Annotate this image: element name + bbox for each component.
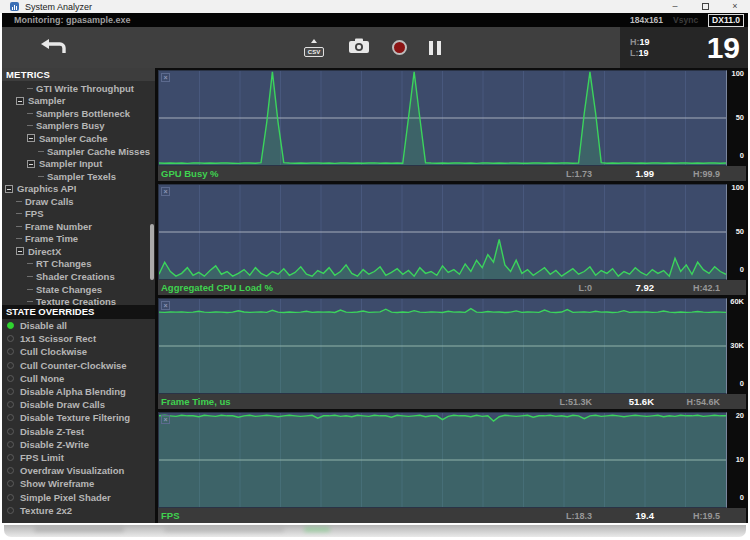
metric-item-texture-creations[interactable]: Texture Creations	[2, 295, 155, 305]
restore-icon[interactable]	[690, 0, 720, 13]
metric-item-state-changes[interactable]: State Changes	[2, 283, 155, 296]
metric-label: Frame Time	[25, 233, 78, 244]
close-icon[interactable]: ×	[720, 0, 750, 13]
metric-item-samplers-busy[interactable]: Samplers Busy	[2, 120, 155, 133]
collapse-icon[interactable]	[16, 97, 24, 105]
override-label: Simple Pixel Shader	[20, 492, 111, 503]
metric-label: Sampler Cache	[39, 133, 108, 144]
chart-close-icon[interactable]: ×	[161, 415, 170, 424]
collapse-icon[interactable]	[16, 247, 24, 255]
metric-item-sampler-input[interactable]: Sampler Input	[2, 157, 155, 170]
metric-item-samplers-bottleneck[interactable]: Samplers Bottleneck	[2, 107, 155, 120]
metric-label: RT Changes	[36, 258, 91, 269]
override-item-disable-z-write[interactable]: Disable Z-Write	[2, 438, 155, 451]
chart-plot-gpu-busy-[interactable]: ×	[158, 70, 727, 166]
metrics-scrollbar[interactable]	[150, 224, 154, 280]
override-label: Overdraw Visualization	[20, 465, 124, 476]
charts-column: ×100500GPU Busy %L:1.731.99H:99.9×100500…	[155, 68, 748, 523]
radio-icon[interactable]	[7, 388, 14, 395]
pause-icon[interactable]	[429, 41, 441, 55]
metric-item-shader-creations[interactable]: Shader Creations	[2, 270, 155, 283]
override-item-overdraw-visualization[interactable]: Overdraw Visualization	[2, 464, 155, 477]
chart-low-value: L:51.3K	[522, 397, 592, 407]
metric-item-graphics-api[interactable]: Graphics API	[2, 182, 155, 195]
tree-branch-line	[27, 88, 33, 89]
system-analyzer-window: System Analyzer – × Monitoring: gpasampl…	[0, 0, 750, 540]
override-item-cull-counter-clockwise[interactable]: Cull Counter-Clockwise	[2, 359, 155, 372]
chart-current-value: 51.6K	[592, 396, 654, 407]
chart-plot-fps[interactable]: ×	[158, 412, 727, 508]
metric-item-fps[interactable]: FPS	[2, 207, 155, 220]
override-label: 1x1 Scissor Rect	[20, 333, 96, 344]
window-bottom-edge	[4, 525, 746, 537]
chart-current-value: 7.92	[592, 282, 654, 293]
override-item-disable-texture-filtering[interactable]: Disable Texture Filtering	[2, 411, 155, 424]
chart-close-icon[interactable]: ×	[161, 73, 170, 82]
radio-icon[interactable]	[7, 348, 14, 355]
radio-icon[interactable]	[7, 480, 14, 487]
radio-icon[interactable]	[7, 375, 14, 382]
override-item-disable-z-test[interactable]: Disable Z-Test	[2, 425, 155, 438]
fps-high: H:19	[630, 37, 650, 47]
override-label: Disable Alpha Blending	[20, 386, 126, 397]
chart-close-icon[interactable]: ×	[161, 187, 170, 196]
override-label: Disable Z-Write	[20, 439, 89, 450]
ytick-label: 30K	[730, 341, 744, 350]
override-label: FPS Limit	[20, 452, 64, 463]
chart-yaxis-aggregated-cpu-load-: 100500	[727, 184, 746, 280]
override-item-disable-all[interactable]: Disable all	[2, 319, 155, 332]
radio-icon[interactable]	[7, 335, 14, 342]
radio-icon[interactable]	[7, 414, 14, 421]
metric-item-sampler-cache[interactable]: Sampler Cache	[2, 132, 155, 145]
radio-icon[interactable]	[7, 441, 14, 448]
metric-item-rt-changes[interactable]: RT Changes	[2, 258, 155, 271]
radio-icon[interactable]	[7, 467, 14, 474]
radio-icon[interactable]	[7, 507, 14, 514]
override-item-fps-limit[interactable]: FPS Limit	[2, 451, 155, 464]
metric-item-directx[interactable]: DirectX	[2, 245, 155, 258]
screenshot-camera-icon[interactable]	[348, 38, 370, 58]
override-item-simple-pixel-shader[interactable]: Simple Pixel Shader	[2, 490, 155, 503]
override-item-cull-none[interactable]: Cull None	[2, 372, 155, 385]
chart-high-value: H:99.9	[654, 169, 720, 179]
override-item-cull-clockwise[interactable]: Cull Clockwise	[2, 345, 155, 358]
override-label: Cull Clockwise	[20, 346, 87, 357]
radio-icon[interactable]	[7, 428, 14, 435]
radio-icon[interactable]	[7, 401, 14, 408]
ytick-label: 100	[731, 183, 744, 192]
radio-icon[interactable]	[7, 494, 14, 501]
metric-item-frame-number[interactable]: Frame Number	[2, 220, 155, 233]
window-titlebar: System Analyzer – ×	[0, 0, 750, 13]
chart-plot-frame-time-us[interactable]: ×	[158, 298, 727, 394]
state-overrides-header: STATE OVERRIDES	[2, 305, 155, 319]
chart-plot-aggregated-cpu-load-[interactable]: ×	[158, 184, 727, 280]
collapse-icon[interactable]	[5, 185, 13, 193]
metric-item-sampler-texels[interactable]: Sampler Texels	[2, 170, 155, 183]
override-item-disable-alpha-blending[interactable]: Disable Alpha Blending	[2, 385, 155, 398]
metric-item-frame-time[interactable]: Frame Time	[2, 233, 155, 246]
chart-close-icon[interactable]: ×	[161, 301, 170, 310]
radio-icon[interactable]	[7, 322, 14, 329]
tree-branch-line	[38, 151, 44, 152]
collapse-icon[interactable]	[27, 134, 35, 142]
collapse-icon[interactable]	[27, 160, 35, 168]
record-icon[interactable]	[392, 40, 407, 55]
override-item-1x1-scissor-rect[interactable]: 1x1 Scissor Rect	[2, 332, 155, 345]
override-label: Texture 2x2	[20, 505, 72, 516]
back-icon[interactable]	[38, 37, 68, 59]
radio-icon[interactable]	[7, 362, 14, 369]
radio-icon[interactable]	[7, 454, 14, 461]
export-csv-icon[interactable]: CSV	[302, 39, 326, 57]
window-title: System Analyzer	[25, 2, 92, 12]
chart-legend-fps: FPSL:18.319.4H:19.5	[158, 508, 746, 523]
metric-item-gti-write-throughput[interactable]: GTI Write Throughput	[2, 82, 155, 95]
tree-branch-line	[27, 276, 33, 277]
override-item-show-wireframe[interactable]: Show Wireframe	[2, 477, 155, 490]
metric-item-sampler-cache-misses[interactable]: Sampler Cache Misses	[2, 145, 155, 158]
tree-branch-line	[16, 213, 22, 214]
metric-item-sampler[interactable]: Sampler	[2, 95, 155, 108]
override-item-texture-2x2[interactable]: Texture 2x2	[2, 504, 155, 517]
override-item-disable-draw-calls[interactable]: Disable Draw Calls	[2, 398, 155, 411]
metric-item-draw-calls[interactable]: Draw Calls	[2, 195, 155, 208]
minimize-icon[interactable]: –	[660, 0, 690, 13]
